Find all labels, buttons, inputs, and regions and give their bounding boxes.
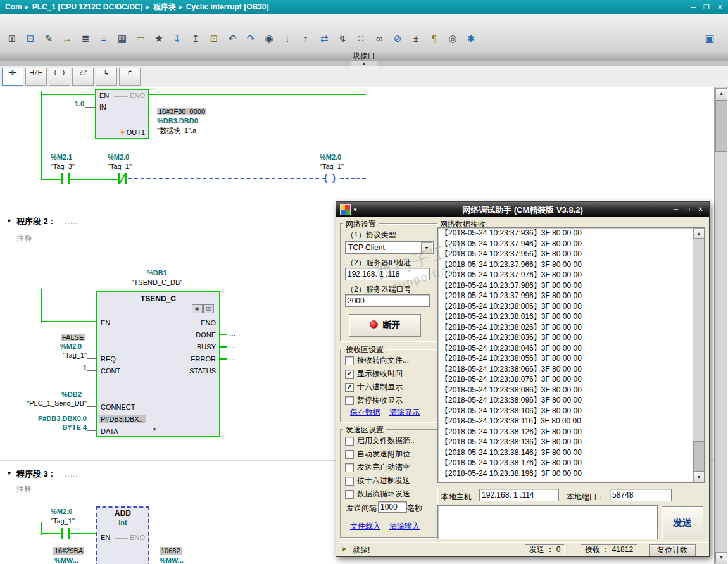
jump-label-icon[interactable]: ↯ (334, 30, 351, 47)
operand-address[interactable]: %M2.0 (60, 342, 82, 350)
scrollbar-thumb[interactable] (715, 100, 727, 152)
contact-tag[interactable]: "Tag_3" (51, 163, 75, 170)
breadcrumb-plc[interactable]: PLC_1 [CPU 1212C DC/DC/DC] (32, 3, 143, 11)
network3-comment[interactable]: 注释 (16, 484, 32, 495)
checkbox-pause-receive-display[interactable]: 暂停接收显示 (345, 394, 409, 407)
send-data-input[interactable] (437, 505, 658, 539)
add-block[interactable]: ADD Int EN ENO (96, 506, 149, 564)
operand-length[interactable]: BYTE 4 (13, 423, 87, 431)
stop-monitor-icon[interactable]: ⊘ (389, 30, 406, 47)
open-branch-button[interactable]: ↳ (96, 68, 117, 86)
net-assist-titlebar[interactable]: ▼ 网络调试助手 (CM精装版 V3.8.2) ─ □ ✕ (336, 202, 709, 217)
output-placeholder[interactable]: ... (229, 353, 235, 362)
checkbox-loop-send[interactable]: 数据流循环发送 (345, 487, 415, 501)
block-interface-bar[interactable]: 块接口 (0, 51, 728, 61)
checkbox-box[interactable]: ✔ (345, 383, 354, 392)
upload-icon[interactable]: ↑ (298, 30, 314, 47)
expand-toggle-icon[interactable]: ◫ (203, 304, 214, 313)
operand-address[interactable]: %DB2 (61, 391, 82, 398)
local-port-input[interactable] (610, 489, 672, 501)
load-file-link[interactable]: 文件载入 (350, 521, 380, 532)
collapse-network-icon[interactable]: ▼ (6, 218, 12, 224)
scrollbar-thumb[interactable] (693, 441, 705, 472)
checkbox-box[interactable]: ✔ (345, 370, 354, 379)
insert-row-icon[interactable]: ↧ (169, 30, 185, 47)
maximize-button[interactable]: □ (682, 204, 693, 215)
send-interval-input[interactable] (378, 501, 407, 513)
favorites-icon[interactable]: ★ (151, 30, 167, 47)
checkbox-box[interactable] (345, 450, 354, 459)
checkbox-send-as-hex[interactable]: 按十六进制发送 (345, 474, 415, 487)
nc-contact-button[interactable]: ⊣/⊢ (25, 68, 47, 86)
maximize-button[interactable]: ❐ (703, 3, 710, 11)
close-branch-button[interactable]: ↱ (119, 68, 141, 86)
monitor-glasses-icon[interactable]: ∞ (371, 30, 387, 47)
coil[interactable]: ( (324, 172, 327, 183)
checkbox-receive-to-file[interactable]: 接收转向文件... (345, 354, 409, 367)
rename-icon[interactable]: ✎ (41, 30, 57, 47)
operand-cont[interactable]: 1 (13, 364, 87, 372)
expand-pins-icon[interactable]: ▼ (152, 427, 157, 432)
collapse-network-icon[interactable]: ▼ (6, 470, 12, 477)
clear-input-link[interactable]: 清除输入 (389, 521, 420, 532)
no-contact[interactable] (61, 173, 70, 184)
operand-address[interactable]: %MW... (160, 556, 184, 564)
clear-display-link[interactable]: 清除显示 (389, 407, 420, 418)
checkbox-show-receive-time[interactable]: ✔显示接收时间 (345, 367, 409, 380)
settings-icon[interactable]: ✱ (463, 30, 479, 47)
redo-icon[interactable]: ↷ (242, 30, 259, 47)
contact-address[interactable]: %M2.1 (51, 153, 72, 161)
network3-header[interactable]: 程序段 3 : (16, 468, 53, 480)
coil[interactable]: ) (332, 172, 336, 183)
disconnect-button[interactable]: 断开 (349, 314, 421, 337)
local-host-input[interactable] (479, 489, 559, 501)
receive-list-box[interactable]: 【2018-05-24 10:23:37:936】3F 80 00 00【201… (437, 227, 705, 483)
operand-in-value[interactable]: 1.0 (62, 100, 84, 108)
empty-box-button[interactable]: ?? (72, 68, 94, 86)
undo-icon[interactable]: ↶ (224, 30, 241, 47)
coil-address[interactable]: %M2.0 (320, 153, 341, 161)
protocol-select[interactable]: TCP Client ▼ (345, 241, 434, 254)
editor-vertical-scrollbar[interactable]: ▲ ▼ (714, 87, 727, 564)
minimize-button[interactable]: ─ (670, 204, 681, 215)
scroll-up-icon[interactable]: ▲ (715, 88, 727, 99)
checkbox-hex-display[interactable]: ✔十六进制显示 (345, 380, 409, 394)
operand-address[interactable]: %MW... (54, 556, 78, 564)
move-block[interactable]: EN ENO IN ✳OUT1 (95, 89, 149, 139)
modify-value-icon[interactable]: ± (408, 30, 424, 47)
maximize-editor-icon[interactable]: ▣ (701, 30, 718, 47)
delete-network-icon[interactable]: ⊟ (22, 30, 39, 47)
checkbox-box[interactable] (345, 396, 354, 405)
network2-header[interactable]: 程序段 2 : (16, 216, 53, 227)
network2-comment[interactable]: 注释 (16, 233, 32, 244)
save-data-link[interactable]: 保存数据 (350, 407, 380, 418)
reset-counter-button[interactable]: 复位计数 (649, 544, 696, 556)
checkbox-clear-after-send[interactable]: 发送完自动清空 (345, 461, 415, 474)
operand-pointer[interactable]: P#DB3.DBX0.0 (13, 415, 87, 422)
empty-box-icon[interactable]: ⊡ (206, 30, 222, 47)
breadcrumb-project[interactable]: Com (5, 3, 22, 11)
instance-db-address[interactable]: %DB1 (127, 269, 187, 277)
close-button[interactable]: ✕ (717, 3, 723, 11)
no-contact-button[interactable]: ⊣⊢ (2, 68, 23, 86)
checkbox-box[interactable] (345, 490, 354, 499)
download-icon[interactable]: ↓ (279, 30, 296, 47)
absolute-symbolic-icon[interactable]: ▦ (114, 30, 130, 47)
contact-address[interactable]: %M2.0 (51, 508, 72, 515)
breadcrumb-block[interactable]: Cyclic interrupt [OB30] (186, 3, 269, 11)
comment-toggle-icon[interactable]: ▭ (132, 30, 149, 47)
server-port-input[interactable] (345, 294, 430, 307)
contact-address[interactable]: %M2.0 (108, 153, 129, 161)
delete-row-icon[interactable]: ↥ (187, 30, 204, 47)
operand-address[interactable]: %DB3.DBD0 (157, 117, 198, 125)
operand-tag[interactable]: "数据块_1".a (157, 126, 196, 135)
output-placeholder[interactable]: ... (229, 341, 235, 350)
compile-icon[interactable]: ◉ (261, 30, 277, 47)
instance-db-name[interactable]: "TSEND_C_DB" (114, 279, 200, 286)
checkbox-box[interactable] (345, 356, 354, 365)
minimize-button[interactable]: ─ (691, 3, 696, 11)
close-button[interactable]: ✕ (695, 204, 706, 215)
contact-tag[interactable]: "Tag_1" (108, 163, 132, 170)
receive-scrollbar[interactable]: ▲ ▼ (693, 228, 704, 482)
contact-tag[interactable]: "Tag_1" (51, 517, 75, 525)
